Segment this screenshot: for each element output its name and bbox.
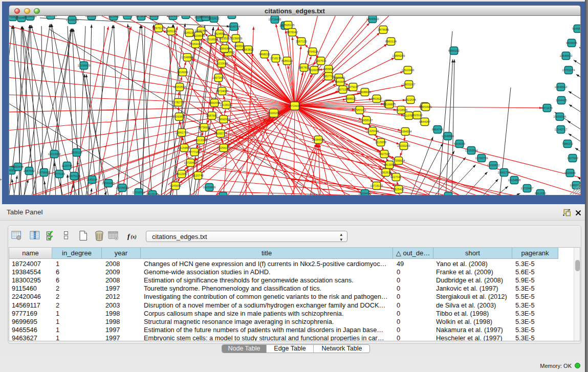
svg-text:1167534: 1167534 <box>315 59 326 62</box>
svg-text:12353594: 12353594 <box>465 149 478 152</box>
svg-text:12923466: 12923466 <box>402 69 415 72</box>
svg-text:10719135: 10719135 <box>371 184 383 187</box>
svg-text:12505135: 12505135 <box>282 24 295 27</box>
svg-text:16961758: 16961758 <box>498 171 511 174</box>
svg-text:13524851: 13524851 <box>167 16 180 17</box>
svg-text:19640910: 19640910 <box>366 17 379 20</box>
svg-text:19384554: 19384554 <box>312 138 325 141</box>
svg-text:12213967: 12213967 <box>85 16 98 17</box>
svg-text:1640954: 1640954 <box>335 80 346 83</box>
svg-text:5878342: 5878342 <box>287 31 298 34</box>
svg-text:6966162: 6966162 <box>448 49 460 52</box>
svg-text:11548866: 11548866 <box>442 135 454 138</box>
svg-text:9463627: 9463627 <box>371 97 382 100</box>
svg-text:14958147: 14958147 <box>360 119 373 122</box>
svg-text:2687682: 2687682 <box>206 114 217 117</box>
svg-text:20206535: 20206535 <box>116 186 129 189</box>
svg-text:3624554: 3624554 <box>214 32 225 35</box>
svg-text:16640910: 16640910 <box>555 85 568 89</box>
svg-text:15720407: 15720407 <box>184 161 197 164</box>
svg-text:1120746: 1120746 <box>192 174 203 177</box>
svg-text:12156829: 12156829 <box>230 37 243 40</box>
svg-text:8322037: 8322037 <box>148 16 160 17</box>
svg-text:2718176: 2718176 <box>270 57 281 60</box>
svg-text:17359924: 17359924 <box>393 159 405 162</box>
svg-text:1120746: 1120746 <box>61 164 72 167</box>
svg-text:6794028: 6794028 <box>307 50 318 53</box>
svg-text:6216099: 6216099 <box>177 71 188 74</box>
svg-text:16782759: 16782759 <box>475 157 488 160</box>
svg-text:8471676: 8471676 <box>541 106 553 110</box>
svg-text:9844067: 9844067 <box>419 120 430 123</box>
svg-text:2967608: 2967608 <box>298 66 310 69</box>
svg-text:1244415: 1244415 <box>556 99 567 102</box>
svg-text:9115460: 9115460 <box>108 16 119 18</box>
svg-text:11325419: 11325419 <box>366 129 379 133</box>
svg-text:9777169: 9777169 <box>54 172 65 176</box>
svg-text:(x): (x) <box>131 234 137 240</box>
svg-text:7986372: 7986372 <box>562 142 573 145</box>
svg-text:7663822: 7663822 <box>243 48 254 51</box>
svg-text:9227342: 9227342 <box>390 176 402 179</box>
svg-text:10688609: 10688609 <box>359 91 372 94</box>
svg-text:10025433: 10025433 <box>226 16 238 16</box>
svg-text:18640910: 18640910 <box>560 54 573 57</box>
svg-text:7632621: 7632621 <box>208 17 220 20</box>
svg-text:8990448: 8990448 <box>12 165 24 168</box>
svg-text:3215958: 3215958 <box>375 141 386 144</box>
svg-text:15720407: 15720407 <box>521 187 534 190</box>
svg-text:7462660: 7462660 <box>180 16 191 16</box>
svg-text:8960124: 8960124 <box>385 40 397 43</box>
svg-text:25300293: 25300293 <box>398 144 410 147</box>
svg-text:8813054: 8813054 <box>384 163 395 166</box>
svg-text:17957253: 17957253 <box>354 108 366 112</box>
svg-text:3267130: 3267130 <box>296 40 307 43</box>
svg-text:17016504: 17016504 <box>206 38 219 41</box>
svg-text:1145194: 1145194 <box>86 178 97 181</box>
svg-text:12093872: 12093872 <box>173 115 186 118</box>
svg-text:9699695: 9699695 <box>566 41 577 45</box>
svg-text:16961758: 16961758 <box>176 131 188 134</box>
svg-text:9498222: 9498222 <box>259 53 270 56</box>
svg-text:6497508: 6497508 <box>379 152 390 156</box>
svg-text:17016504: 17016504 <box>133 191 145 194</box>
svg-text:2935114: 2935114 <box>71 151 82 154</box>
svg-text:10756928: 10756928 <box>38 171 51 174</box>
svg-text:15716485: 15716485 <box>269 18 281 21</box>
svg-text:12353594: 12353594 <box>173 85 186 89</box>
svg-text:20206535: 20206535 <box>192 34 205 37</box>
svg-text:9084067: 9084067 <box>219 47 230 50</box>
svg-text:9146821: 9146821 <box>572 27 581 30</box>
svg-text:9474444: 9474444 <box>136 16 147 18</box>
svg-text:14914449: 14914449 <box>45 16 57 17</box>
svg-text:12975125: 12975125 <box>68 174 81 178</box>
svg-text:8454749: 8454749 <box>432 128 443 131</box>
svg-text:9329966: 9329966 <box>564 171 576 174</box>
svg-text:14136141: 14136141 <box>220 103 233 106</box>
svg-text:10756928: 10756928 <box>198 126 211 129</box>
svg-text:1327602: 1327602 <box>567 157 578 160</box>
svg-text:f: f <box>127 232 130 240</box>
svg-text:2935114: 2935114 <box>165 30 176 33</box>
svg-text:6216099: 6216099 <box>454 142 465 145</box>
svg-text:7955812: 7955812 <box>323 68 334 71</box>
svg-text:15751074: 15751074 <box>562 69 575 72</box>
svg-text:16648764: 16648764 <box>228 25 241 28</box>
svg-text:8912950: 8912950 <box>176 172 187 176</box>
svg-text:10653267: 10653267 <box>403 83 416 86</box>
svg-text:8186323: 8186323 <box>281 59 293 62</box>
svg-text:13449575: 13449575 <box>66 18 79 21</box>
svg-text:12156829: 12156829 <box>78 64 91 67</box>
svg-text:3875685: 3875685 <box>378 28 389 31</box>
svg-text:15692971: 15692971 <box>217 118 230 121</box>
svg-text:20364436: 20364436 <box>359 192 372 195</box>
svg-text:16033809: 16033809 <box>203 186 216 189</box>
svg-text:7625402: 7625402 <box>393 188 404 191</box>
svg-text:8912950: 8912950 <box>535 192 546 195</box>
svg-text:18724007: 18724007 <box>288 104 301 107</box>
svg-text:9777169: 9777169 <box>189 150 200 154</box>
svg-text:12975125: 12975125 <box>153 27 165 30</box>
svg-text:1588520: 1588520 <box>345 97 356 100</box>
svg-text:2522544: 2522544 <box>405 98 416 101</box>
svg-text:7485063: 7485063 <box>122 16 133 17</box>
